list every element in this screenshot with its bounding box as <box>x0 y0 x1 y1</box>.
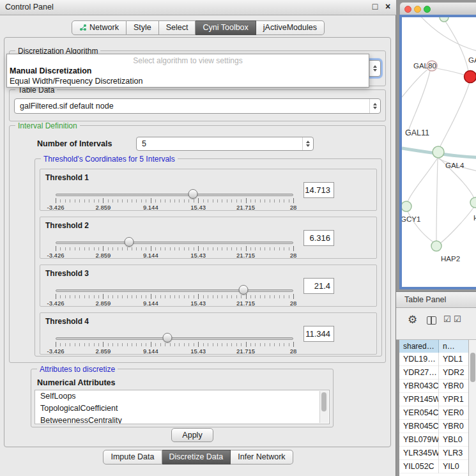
threshold-4-slider[interactable]: -3.4262.8599.14415.4321.71528 <box>56 332 293 354</box>
table-data-combobox[interactable]: galFiltered.sif default node <box>14 98 381 114</box>
slider-track[interactable] <box>56 289 293 292</box>
zoom-traffic-light-icon[interactable] <box>424 6 431 13</box>
network-node[interactable] <box>440 17 449 22</box>
table-row[interactable]: YPR145WYPR1 <box>399 393 468 406</box>
table-row[interactable]: YDR27…YDR2 <box>399 366 468 380</box>
network-node-red-selected[interactable] <box>464 71 476 83</box>
network-node-gal4[interactable] <box>433 146 444 158</box>
table-cell[interactable]: YBL0 <box>439 433 468 447</box>
tab-jactivemodules[interactable]: jActiveModules <box>256 20 325 35</box>
slider-thumb[interactable] <box>162 333 172 342</box>
table-row[interactable]: YER054CYER0 <box>399 406 468 420</box>
table-cell[interactable]: YBR043C <box>399 380 439 393</box>
number-of-intervals-combobox[interactable]: 5 <box>136 137 314 151</box>
list-item[interactable]: TopologicalCoefficient <box>35 403 329 415</box>
float-window-icon[interactable]: □ <box>369 1 381 12</box>
network-node-gcy1[interactable] <box>402 201 411 211</box>
tab-style[interactable]: Style <box>127 20 159 35</box>
tab-infer-network[interactable]: Infer Network <box>231 450 293 464</box>
network-edge <box>408 71 430 131</box>
threshold-2-value-field[interactable]: 6.316 <box>303 230 334 246</box>
tab-select[interactable]: Select <box>159 20 196 35</box>
table-cell[interactable]: YDR27… <box>399 366 439 380</box>
column-header-shared-name[interactable]: shared… <box>399 340 439 353</box>
table-cell[interactable]: YDL1 <box>439 353 468 366</box>
tab-network[interactable]: Network <box>72 20 127 35</box>
table-row[interactable]: YIL052CYIL0 <box>399 460 468 473</box>
numerical-attributes-list[interactable]: SelfLoops TopologicalCoefficient Between… <box>35 390 330 424</box>
network-canvas[interactable]: GAL80 GA GAL11 GAL4 GCY1 HAP2 H <box>402 17 476 287</box>
table-cell[interactable]: YIL052C <box>399 460 439 473</box>
dropdown-option-manual-discretization[interactable]: Manual Discretization <box>7 66 369 76</box>
list-item[interactable]: BetweennessCentrality <box>35 415 329 424</box>
slider-thumb[interactable] <box>238 285 248 295</box>
slider-major-tick <box>246 342 247 347</box>
close-traffic-light-icon[interactable] <box>404 6 411 13</box>
stepper-icon[interactable] <box>369 61 380 76</box>
table-panel-header[interactable]: Table Panel <box>396 291 476 308</box>
tab-discretize-data[interactable]: Discretize Data <box>162 450 231 464</box>
table-cell[interactable]: YIL0 <box>439 460 468 473</box>
table-cell[interactable]: YPR145W <box>399 393 439 406</box>
slider-track[interactable] <box>56 337 293 340</box>
table-cell[interactable]: YBR045C <box>399 420 439 433</box>
slider-track[interactable] <box>56 194 293 196</box>
app-root: Control Panel □ × Network Style Select C… <box>0 0 476 476</box>
slider-thumb[interactable] <box>188 189 197 199</box>
select-all-check-icon[interactable]: ☑ <box>443 314 451 324</box>
table-cell[interactable]: YER0 <box>439 406 468 420</box>
numerical-attributes-label: Numerical Attributes <box>37 378 115 387</box>
table-row[interactable]: YBR043CYBR0 <box>399 380 468 393</box>
table-cell[interactable]: YBR0 <box>439 420 468 433</box>
network-window-titlebar[interactable] <box>399 2 476 15</box>
stepper-icon[interactable] <box>302 137 313 150</box>
tab-infer-network-label: Infer Network <box>238 452 285 461</box>
table-row[interactable]: YBL079WYBL0 <box>399 433 468 447</box>
network-node[interactable] <box>470 197 476 208</box>
slider-scale-label: -3.426 <box>47 300 65 307</box>
slider-scale-label: -3.426 <box>47 252 65 259</box>
slider-thumb[interactable] <box>125 237 134 247</box>
table-cell[interactable]: YER054C <box>399 406 439 420</box>
control-panel-titlebar[interactable]: Control Panel □ × <box>0 0 396 15</box>
threshold-3-slider[interactable]: -3.4262.8599.14415.4321.71528 <box>56 284 293 306</box>
slider-ticks <box>56 295 293 298</box>
columns-icon[interactable] <box>427 316 436 325</box>
table-cell[interactable]: YLR3 <box>439 447 468 460</box>
threshold-1-value-field[interactable]: 14.713 <box>303 182 334 198</box>
threshold-4-value-field[interactable]: 11.344 <box>303 326 334 342</box>
list-scrollbar[interactable] <box>319 391 328 423</box>
table-cell[interactable]: YBR0 <box>439 380 468 393</box>
tab-cyni-toolbox[interactable]: Cyni Toolbox <box>196 20 256 35</box>
table-cell[interactable]: YDL19… <box>399 353 439 366</box>
table-scrollbar-thumb[interactable] <box>470 353 475 382</box>
table-scrollbar[interactable] <box>468 340 476 476</box>
table-cell[interactable]: YPR1 <box>439 393 468 406</box>
list-scrollbar-thumb[interactable] <box>321 392 326 411</box>
slider-major-tick <box>151 246 151 251</box>
network-node-hap2[interactable] <box>431 241 441 251</box>
minimize-traffic-light-icon[interactable] <box>414 6 421 13</box>
table-cell[interactable]: YLR345W <box>399 447 439 460</box>
table-row[interactable]: YBR045CYBR0 <box>399 420 468 433</box>
dropdown-option-equal-width[interactable]: Equal Width/Frequency Discretization <box>7 76 369 86</box>
table-cell[interactable]: YBL079W <box>399 433 439 447</box>
table-cell[interactable]: YDR2 <box>439 366 468 380</box>
close-icon[interactable]: × <box>382 1 394 12</box>
table-row[interactable]: YDL19…YDL1 <box>399 353 468 366</box>
slider-major-tick <box>56 246 56 251</box>
slider-track[interactable] <box>56 242 293 244</box>
table-body[interactable]: YDL19…YDL1 YDR27…YDR2 YBR043CYBR0 YPR145… <box>399 353 468 476</box>
gear-icon[interactable]: ⚙ <box>408 313 417 326</box>
tab-impute-data[interactable]: Impute Data <box>103 450 162 464</box>
column-header-name[interactable]: n… <box>439 340 468 353</box>
apply-button[interactable]: Apply <box>171 428 213 442</box>
stepper-icon[interactable] <box>369 99 380 113</box>
threshold-1-slider[interactable]: -3.4262.8599.14415.4321.71528 <box>56 188 293 210</box>
select-none-check-icon[interactable]: ☑ <box>454 314 461 324</box>
threshold-2-slider[interactable]: -3.4262.8599.14415.4321.71528 <box>56 236 293 258</box>
table-row[interactable]: YLR345WYLR3 <box>399 447 468 460</box>
dropdown-placeholder-option[interactable]: Select algorithm to view settings <box>7 56 369 66</box>
threshold-3-value-field[interactable]: 21.4 <box>303 278 334 294</box>
list-item[interactable]: SelfLoops <box>35 390 329 403</box>
